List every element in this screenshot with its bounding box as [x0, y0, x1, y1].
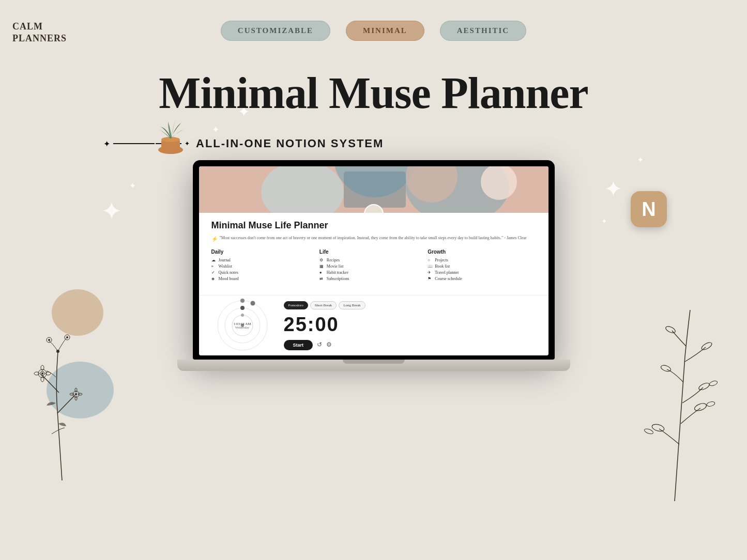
- daily-item-journal: ☁ Journal: [211, 258, 314, 262]
- svg-point-6: [41, 372, 43, 375]
- svg-point-20: [66, 336, 68, 338]
- habits-icon: ●: [319, 270, 325, 275]
- sparkle-3: ✦: [101, 196, 123, 226]
- badge-minimal: MINIMAL: [346, 21, 424, 41]
- growth-title: Growth: [428, 249, 530, 255]
- sparkle-2: ✦: [212, 124, 220, 135]
- wishlist-icon: ≡: [211, 264, 217, 269]
- notion-badge: N: [631, 191, 667, 227]
- pomodoro-timer: 25:00: [284, 314, 536, 336]
- svg-point-28: [709, 380, 718, 387]
- svg-point-14: [78, 393, 82, 395]
- life-item-recipes: ⚙ Recipes: [319, 258, 422, 262]
- course-icon: ⚑: [428, 276, 433, 281]
- badge-customizable: CUSTOMIZABLE: [221, 21, 330, 41]
- daily-item-mood: ◈ Mood board: [211, 276, 314, 281]
- projects-icon: ○: [428, 258, 433, 262]
- laptop-screen: Minimal Muse Life Planner ⚡ "Most succes…: [193, 160, 555, 360]
- journal-icon: ☁: [211, 258, 217, 262]
- svg-point-16: [70, 393, 74, 395]
- svg-point-26: [665, 325, 676, 334]
- svg-point-12: [75, 393, 77, 395]
- subscriptions-icon: ⇄: [319, 276, 325, 281]
- svg-point-21: [694, 402, 708, 412]
- growth-item-books: 📖 Book list: [428, 264, 530, 269]
- svg-point-15: [75, 396, 77, 400]
- svg-point-29: [644, 428, 654, 435]
- sparkle-7: ✦: [601, 217, 607, 226]
- plant-decoration: [150, 103, 191, 155]
- mood-icon: ◈: [211, 276, 217, 281]
- planner-quote: ⚡ "Most successes don't come from one ac…: [211, 235, 536, 243]
- screen-body: Minimal Muse Life Planner ⚡ "Most succes…: [199, 213, 548, 295]
- life-item-habits: ● Habit tracker: [319, 270, 422, 275]
- star-left: ✦: [103, 139, 110, 149]
- sparkle-6: ✦: [637, 155, 644, 165]
- quote-icon: ⚡: [211, 235, 218, 243]
- svg-point-13: [75, 388, 77, 392]
- settings-icon[interactable]: ⚙: [326, 341, 332, 349]
- flower-decoration-left: [21, 300, 114, 483]
- notion-icon: N: [642, 198, 655, 221]
- svg-rect-35: [344, 172, 406, 208]
- recipes-icon: ⚙: [319, 258, 325, 262]
- svg-point-24: [660, 364, 672, 372]
- svg-point-42: [240, 299, 245, 303]
- notes-icon: ✓: [211, 270, 217, 275]
- movies-icon: ▦: [319, 264, 325, 269]
- books-icon: 📖: [428, 264, 433, 269]
- svg-point-43: [250, 301, 255, 306]
- badge-aesthetic: AESTHITIC: [440, 21, 526, 41]
- growth-item-projects: ○ Projects: [428, 258, 530, 262]
- svg-point-45: [241, 314, 244, 317]
- laptop: Minimal Muse Life Planner ⚡ "Most succes…: [177, 160, 570, 371]
- clock-day: Wednesday: [233, 326, 251, 329]
- pomodoro-tab-short[interactable]: Short Break: [310, 301, 337, 309]
- travel-icon: ✈: [428, 270, 433, 275]
- life-item-movies: ▦ Movie list: [319, 264, 422, 269]
- clock-time: 1:03:04 AM: [233, 322, 251, 326]
- screen-content: Minimal Muse Life Planner ⚡ "Most succes…: [199, 166, 548, 355]
- pomodoro-tabs: Pomodoro Short Break Long Break: [284, 301, 536, 309]
- daily-column: Daily ☁ Journal ≡ Wishlist ✓ Quick notes: [211, 249, 319, 283]
- daily-item-notes: ✓ Quick notes: [211, 270, 314, 275]
- svg-point-27: [706, 401, 715, 407]
- main-title: Minimal Muse Planner: [0, 67, 747, 119]
- daily-item-wishlist: ≡ Wishlist: [211, 264, 314, 269]
- growth-column: Growth ○ Projects 📖 Book list ✈ Travel p…: [428, 249, 536, 283]
- svg-point-22: [651, 423, 665, 432]
- pomodoro-tab-main[interactable]: Pomodoro: [284, 301, 308, 309]
- sparkle-5: ✦: [604, 176, 623, 203]
- laptop-notch: [343, 360, 405, 364]
- life-column: Life ⚙ Recipes ▦ Movie list ● Habit trac…: [319, 249, 428, 283]
- screen-bottom: 1:03:04 AM Wednesday Pomodoro Short Brea…: [199, 295, 548, 355]
- clock-center-text: 1:03:04 AM Wednesday: [233, 322, 251, 329]
- life-title: Life: [319, 249, 422, 255]
- clock-area: 1:03:04 AM Wednesday: [211, 300, 273, 351]
- top-badges: CUSTOMIZABLE MINIMAL AESTHITIC: [0, 21, 747, 41]
- laptop-base: [177, 360, 570, 371]
- refresh-icon[interactable]: ↺: [317, 341, 322, 349]
- svg-point-23: [698, 382, 710, 391]
- screen-columns: Daily ☁ Journal ≡ Wishlist ✓ Quick notes: [211, 249, 536, 283]
- branch-decoration-right: [618, 269, 731, 503]
- pomodoro-tab-long[interactable]: Long Break: [339, 301, 365, 309]
- pomodoro-start-button[interactable]: Start: [284, 340, 313, 350]
- svg-point-44: [240, 306, 245, 310]
- subtitle-text: ALL-IN-ONE NOTION SYSTEM: [196, 137, 384, 150]
- daily-title: Daily: [211, 249, 314, 255]
- growth-item-travel: ✈ Travel planner: [428, 270, 530, 275]
- sparkle-4: ✦: [129, 181, 136, 191]
- svg-point-18: [48, 339, 50, 341]
- planner-title: Minimal Muse Life Planner: [211, 220, 536, 231]
- growth-item-course: ⚑ Course schedule: [428, 276, 530, 281]
- svg-point-25: [700, 341, 713, 351]
- subtitle-bar: ✦ ✦ ALL-IN-ONE NOTION SYSTEM: [103, 137, 384, 150]
- screen-header: [199, 166, 548, 213]
- life-item-subscriptions: ⇄ Subscriptions: [319, 276, 422, 281]
- pomodoro-controls: Start ↺ ⚙: [284, 340, 536, 350]
- svg-point-32: [261, 166, 344, 213]
- pomodoro-area: Pomodoro Short Break Long Break 25:00 St…: [284, 301, 536, 350]
